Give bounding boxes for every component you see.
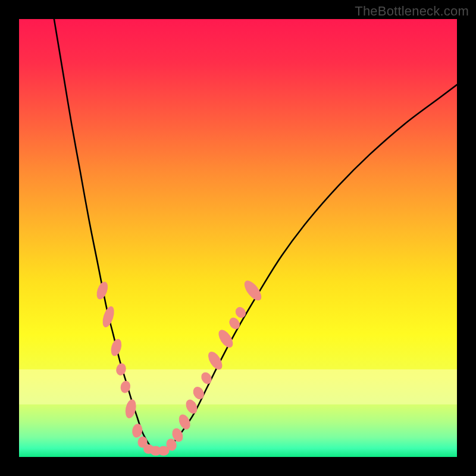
marker-pill — [177, 413, 193, 431]
marker-group — [95, 278, 265, 456]
marker-pill — [205, 349, 225, 372]
marker-pill — [109, 338, 124, 358]
plot-area — [19, 19, 457, 457]
marker-pill — [124, 398, 137, 419]
funnel-curve — [54, 19, 457, 451]
marker-pill — [191, 385, 206, 401]
marker-pill — [95, 280, 110, 301]
marker-pill — [233, 305, 248, 320]
watermark-text: TheBottleneck.com — [355, 4, 469, 19]
chart-frame: TheBottleneck.com — [0, 0, 476, 476]
curve-layer — [19, 19, 457, 457]
marker-pill — [115, 362, 127, 377]
marker-pill — [101, 305, 117, 328]
marker-pill — [131, 423, 143, 439]
marker-pill — [242, 278, 265, 303]
